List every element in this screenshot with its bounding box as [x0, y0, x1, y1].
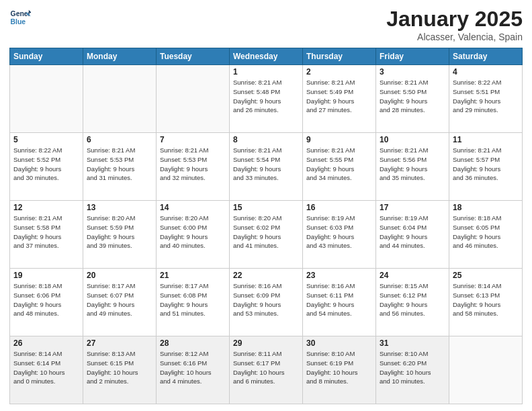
day-cell: 14Sunrise: 8:20 AM Sunset: 6:00 PM Dayli… — [157, 201, 230, 269]
day-cell: 18Sunrise: 8:18 AM Sunset: 6:05 PM Dayli… — [449, 201, 523, 269]
header-row: SundayMondayTuesdayWednesdayThursdayFrid… — [10, 48, 523, 65]
day-info: Sunrise: 8:22 AM Sunset: 5:51 PM Dayligh… — [453, 78, 519, 115]
header: General Blue January 2025 Alcasser, Vale… — [9, 7, 523, 42]
day-info: Sunrise: 8:18 AM Sunset: 6:05 PM Dayligh… — [453, 214, 519, 250]
day-number: 28 — [160, 338, 226, 348]
day-cell: 22Sunrise: 8:16 AM Sunset: 6:09 PM Dayli… — [230, 269, 303, 336]
col-header-saturday: Saturday — [449, 48, 523, 65]
day-cell — [157, 65, 230, 133]
day-cell: 30Sunrise: 8:10 AM Sunset: 6:19 PM Dayli… — [303, 336, 376, 404]
col-header-tuesday: Tuesday — [157, 48, 230, 65]
day-cell: 15Sunrise: 8:20 AM Sunset: 6:02 PM Dayli… — [230, 201, 303, 269]
day-number: 14 — [160, 203, 226, 212]
week-row-4: 19Sunrise: 8:18 AM Sunset: 6:06 PM Dayli… — [10, 269, 523, 336]
day-info: Sunrise: 8:14 AM Sunset: 6:13 PM Dayligh… — [453, 281, 519, 318]
day-number: 20 — [87, 271, 152, 280]
day-number: 26 — [13, 338, 79, 348]
day-info: Sunrise: 8:14 AM Sunset: 6:14 PM Dayligh… — [13, 349, 79, 386]
day-number: 8 — [233, 135, 299, 144]
day-number: 25 — [453, 271, 519, 280]
day-number: 24 — [380, 271, 445, 280]
day-info: Sunrise: 8:21 AM Sunset: 5:56 PM Dayligh… — [380, 146, 445, 183]
day-cell: 11Sunrise: 8:21 AM Sunset: 5:57 PM Dayli… — [449, 133, 523, 201]
day-cell: 13Sunrise: 8:20 AM Sunset: 5:59 PM Dayli… — [83, 201, 157, 269]
day-cell: 12Sunrise: 8:21 AM Sunset: 5:58 PM Dayli… — [10, 201, 83, 269]
day-info: Sunrise: 8:15 AM Sunset: 6:12 PM Dayligh… — [380, 281, 445, 318]
day-cell: 28Sunrise: 8:12 AM Sunset: 6:16 PM Dayli… — [157, 336, 230, 404]
day-info: Sunrise: 8:12 AM Sunset: 6:16 PM Dayligh… — [160, 349, 226, 386]
day-cell: 23Sunrise: 8:16 AM Sunset: 6:11 PM Dayli… — [303, 269, 376, 336]
col-header-friday: Friday — [376, 48, 449, 65]
day-cell: 21Sunrise: 8:17 AM Sunset: 6:08 PM Dayli… — [157, 269, 230, 336]
calendar-subtitle: Alcasser, Valencia, Spain — [386, 32, 523, 42]
day-number: 23 — [306, 271, 372, 280]
day-info: Sunrise: 8:16 AM Sunset: 6:11 PM Dayligh… — [306, 281, 372, 318]
day-number: 2 — [306, 67, 372, 77]
day-number: 4 — [453, 67, 519, 77]
day-number: 21 — [160, 271, 226, 280]
day-info: Sunrise: 8:21 AM Sunset: 5:48 PM Dayligh… — [233, 78, 299, 115]
day-info: Sunrise: 8:10 AM Sunset: 6:20 PM Dayligh… — [380, 349, 445, 386]
title-block: January 2025 Alcasser, Valencia, Spain — [386, 7, 523, 42]
day-cell: 6Sunrise: 8:21 AM Sunset: 5:53 PM Daylig… — [83, 133, 157, 201]
day-number: 31 — [380, 338, 445, 348]
day-info: Sunrise: 8:21 AM Sunset: 5:53 PM Dayligh… — [160, 146, 226, 183]
day-number: 12 — [13, 203, 79, 212]
day-info: Sunrise: 8:21 AM Sunset: 5:57 PM Dayligh… — [453, 146, 519, 183]
day-number: 13 — [87, 203, 152, 212]
day-number: 18 — [453, 203, 519, 212]
svg-text:Blue: Blue — [11, 18, 26, 26]
day-info: Sunrise: 8:10 AM Sunset: 6:19 PM Dayligh… — [306, 349, 372, 386]
day-info: Sunrise: 8:21 AM Sunset: 5:55 PM Dayligh… — [306, 146, 372, 183]
page: General Blue January 2025 Alcasser, Vale… — [0, 0, 532, 411]
day-cell: 7Sunrise: 8:21 AM Sunset: 5:53 PM Daylig… — [157, 133, 230, 201]
day-info: Sunrise: 8:19 AM Sunset: 6:04 PM Dayligh… — [380, 214, 445, 250]
day-info: Sunrise: 8:20 AM Sunset: 5:59 PM Dayligh… — [87, 214, 152, 250]
day-number: 30 — [306, 338, 372, 348]
day-cell: 20Sunrise: 8:17 AM Sunset: 6:07 PM Dayli… — [83, 269, 157, 336]
day-number: 19 — [13, 271, 79, 280]
day-cell — [449, 336, 523, 404]
calendar-table: SundayMondayTuesdayWednesdayThursdayFrid… — [9, 48, 523, 404]
day-info: Sunrise: 8:13 AM Sunset: 6:15 PM Dayligh… — [87, 349, 152, 386]
day-cell: 19Sunrise: 8:18 AM Sunset: 6:06 PM Dayli… — [10, 269, 83, 336]
day-cell: 1Sunrise: 8:21 AM Sunset: 5:48 PM Daylig… — [230, 65, 303, 133]
day-cell: 10Sunrise: 8:21 AM Sunset: 5:56 PM Dayli… — [376, 133, 449, 201]
day-number: 29 — [233, 338, 299, 348]
week-row-1: 1Sunrise: 8:21 AM Sunset: 5:48 PM Daylig… — [10, 65, 523, 133]
day-number: 15 — [233, 203, 299, 212]
day-cell: 17Sunrise: 8:19 AM Sunset: 6:04 PM Dayli… — [376, 201, 449, 269]
day-number: 7 — [160, 135, 226, 144]
day-cell: 25Sunrise: 8:14 AM Sunset: 6:13 PM Dayli… — [449, 269, 523, 336]
day-info: Sunrise: 8:21 AM Sunset: 5:54 PM Dayligh… — [233, 146, 299, 183]
calendar-title: January 2025 — [386, 7, 523, 32]
day-cell: 9Sunrise: 8:21 AM Sunset: 5:55 PM Daylig… — [303, 133, 376, 201]
day-number: 17 — [380, 203, 445, 212]
week-row-2: 5Sunrise: 8:22 AM Sunset: 5:52 PM Daylig… — [10, 133, 523, 201]
day-number: 6 — [87, 135, 152, 144]
day-cell: 5Sunrise: 8:22 AM Sunset: 5:52 PM Daylig… — [10, 133, 83, 201]
day-number: 1 — [233, 67, 299, 77]
day-info: Sunrise: 8:21 AM Sunset: 5:53 PM Dayligh… — [87, 146, 152, 183]
day-info: Sunrise: 8:21 AM Sunset: 5:50 PM Dayligh… — [380, 78, 445, 115]
col-header-thursday: Thursday — [303, 48, 376, 65]
day-cell: 26Sunrise: 8:14 AM Sunset: 6:14 PM Dayli… — [10, 336, 83, 404]
day-info: Sunrise: 8:17 AM Sunset: 6:07 PM Dayligh… — [87, 281, 152, 318]
day-number: 22 — [233, 271, 299, 280]
day-cell: 2Sunrise: 8:21 AM Sunset: 5:49 PM Daylig… — [303, 65, 376, 133]
day-info: Sunrise: 8:19 AM Sunset: 6:03 PM Dayligh… — [306, 214, 372, 250]
logo-icon: General Blue — [9, 7, 31, 28]
col-header-wednesday: Wednesday — [230, 48, 303, 65]
day-number: 9 — [306, 135, 372, 144]
day-info: Sunrise: 8:21 AM Sunset: 5:58 PM Dayligh… — [13, 214, 79, 250]
day-number: 16 — [306, 203, 372, 212]
day-number: 10 — [380, 135, 445, 144]
day-info: Sunrise: 8:11 AM Sunset: 6:17 PM Dayligh… — [233, 349, 299, 386]
day-info: Sunrise: 8:21 AM Sunset: 5:49 PM Dayligh… — [306, 78, 372, 115]
day-info: Sunrise: 8:22 AM Sunset: 5:52 PM Dayligh… — [13, 146, 79, 183]
day-cell: 4Sunrise: 8:22 AM Sunset: 5:51 PM Daylig… — [449, 65, 523, 133]
day-info: Sunrise: 8:17 AM Sunset: 6:08 PM Dayligh… — [160, 281, 226, 318]
col-header-monday: Monday — [83, 48, 157, 65]
day-cell: 8Sunrise: 8:21 AM Sunset: 5:54 PM Daylig… — [230, 133, 303, 201]
day-number: 27 — [87, 338, 152, 348]
